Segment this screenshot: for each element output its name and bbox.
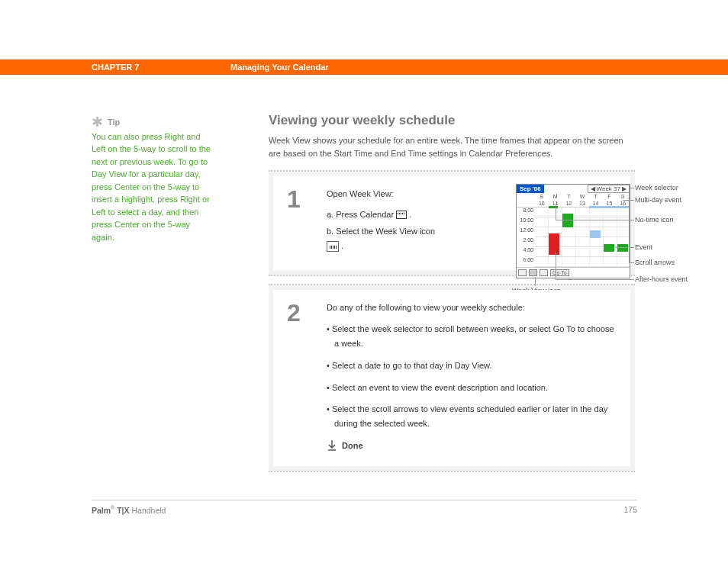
footer-brand: Palm® T|X Handheld <box>92 505 166 515</box>
list-item: Select an event to view the event descri… <box>327 381 617 395</box>
tip-sidebar: ✱ Tip You can also press Right and Left … <box>92 116 214 243</box>
arrow-left-icon[interactable]: ◀ <box>591 185 595 192</box>
weekview-icon[interactable] <box>529 269 537 276</box>
step-1-number: 1 <box>287 187 308 256</box>
day-num[interactable]: 10 <box>535 200 549 207</box>
multiday-event[interactable] <box>589 206 630 208</box>
weekview-screen: Sep '06 ◀ Week 37 ▶ S M T W T <box>516 184 630 278</box>
step-1a-prefix: a. Press Calendar <box>327 210 396 219</box>
chapter-title: Managing Your Calendar <box>230 63 329 72</box>
weekview-grid: 8:00 10:00 12:00 2:00 4:00 6:00 <box>517 208 630 267</box>
step-1a-suffix: . <box>409 210 411 219</box>
day-letter: T <box>562 193 575 200</box>
tip-body: You can also press Right and Left on the… <box>92 130 214 244</box>
event-block[interactable] <box>604 244 614 252</box>
notime-event[interactable] <box>549 206 558 208</box>
brand-model: T|X <box>117 505 129 514</box>
step-1b-suffix: . <box>341 241 343 250</box>
weekview-month: Sep '06 <box>517 185 544 193</box>
main-content: Viewing your weekly schedule Week View s… <box>269 113 635 480</box>
list-item: Select the scroll arrows to view events … <box>327 402 617 430</box>
step-2-box: 2 Do any of the following to view your w… <box>269 284 635 473</box>
callout-notime: No-time icon <box>635 216 674 224</box>
day-letter: F <box>603 193 617 200</box>
asterisk-icon: ✱ <box>92 117 103 127</box>
done-row: Done <box>327 439 617 453</box>
weekview-toolbar: Go To <box>517 267 630 278</box>
weekview-icon-inline <box>327 241 339 252</box>
step-1b: b. Select the Week View icon . <box>327 224 472 253</box>
calendar-icon <box>396 211 407 219</box>
list-item: Select the week selector to scroll betwe… <box>327 322 617 350</box>
done-arrow-icon <box>327 440 337 451</box>
page-header-bar: CHAPTER 7 Managing Your Calendar <box>0 60 728 75</box>
day-letter: S <box>616 193 630 200</box>
event-block[interactable] <box>590 230 601 238</box>
step-2-list: Select the week selector to scroll betwe… <box>327 322 617 430</box>
monthview-icon[interactable] <box>540 269 548 276</box>
goto-button[interactable]: Go To <box>550 269 569 276</box>
step-2-lead: Do any of the following to view your wee… <box>327 301 617 315</box>
time-label: 10:00 <box>517 217 535 227</box>
brand-suffix: Handheld <box>131 505 166 514</box>
day-num[interactable]: 12 <box>562 200 575 207</box>
section-intro: Week View shows your schedule for an ent… <box>269 134 635 159</box>
step-1-box: 1 Open Week View: a. Press Calendar . b.… <box>269 170 635 276</box>
week-label: Week 37 <box>597 185 620 192</box>
day-letter: M <box>549 193 562 200</box>
event-block[interactable] <box>562 214 573 227</box>
dayview-icon[interactable] <box>518 269 527 276</box>
done-label: Done <box>342 439 363 453</box>
day-letter: W <box>575 193 589 200</box>
event-block[interactable] <box>617 244 628 252</box>
time-label: 4:00 <box>517 247 535 257</box>
section-heading: Viewing your weekly schedule <box>269 113 635 128</box>
brand-prefix: Palm <box>92 505 111 514</box>
callout-multiday: Multi-day event <box>635 196 681 204</box>
time-label: 2:00 <box>517 237 535 247</box>
time-label: 8:00 <box>517 208 535 217</box>
weekview-figure: Sep '06 ◀ Week 37 ▶ S M T W T <box>516 184 638 278</box>
tip-label: Tip <box>108 116 120 129</box>
step-1b-prefix: b. Select the Week View icon <box>327 227 435 236</box>
arrow-right-icon[interactable]: ▶ <box>622 185 627 192</box>
page-footer: Palm® T|X Handheld 175 <box>92 500 637 515</box>
page-number: 175 <box>623 505 637 515</box>
day-letter: S <box>535 193 549 200</box>
week-selector[interactable]: ◀ Week 37 ▶ <box>588 185 630 193</box>
callout-week-selector: Week selector <box>635 184 678 191</box>
callout-event: Event <box>635 243 652 251</box>
day-letter: T <box>589 193 603 200</box>
time-label: 12:00 <box>517 227 535 237</box>
step-2-number: 2 <box>287 301 308 453</box>
callout-afterhours: After-hours event <box>635 275 688 283</box>
time-column: 8:00 10:00 12:00 2:00 4:00 6:00 <box>517 208 535 267</box>
step-1a: a. Press Calendar . <box>327 208 472 222</box>
step-1-lead: Open Week View: <box>327 187 472 201</box>
afterhours-event[interactable] <box>549 233 559 255</box>
chapter-label: CHAPTER 7 <box>92 63 139 72</box>
day-num[interactable]: 13 <box>575 200 589 207</box>
list-item: Select a date to go to that day in Day V… <box>327 359 617 373</box>
time-label: 6:00 <box>517 257 535 267</box>
callout-scroll: Scroll arrows <box>635 259 675 266</box>
